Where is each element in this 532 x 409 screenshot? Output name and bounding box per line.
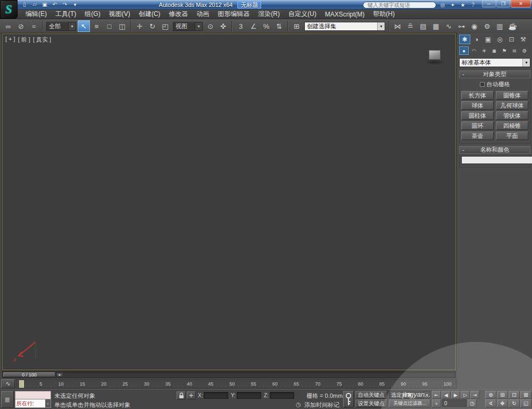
help-icon[interactable]: ?: [469, 1, 477, 9]
viewport-shading-menu[interactable]: [ 真实 ]: [33, 36, 51, 44]
set-key-button[interactable]: 设置关键点: [355, 399, 387, 407]
layer-manager-icon[interactable]: ▤: [417, 20, 429, 32]
current-frame-field[interactable]: [442, 399, 467, 407]
favorites-icon[interactable]: ★: [459, 1, 467, 9]
schematic-view-icon[interactable]: ⊶: [455, 20, 468, 32]
menu-item[interactable]: 自定义(U): [284, 9, 321, 19]
go-to-end-icon[interactable]: ⇥: [470, 391, 479, 399]
menu-item[interactable]: 创建(C): [135, 9, 165, 19]
zoom-extents-icon[interactable]: ⊡: [509, 391, 520, 399]
select-and-scale-icon[interactable]: ◰: [159, 20, 171, 32]
primitive-button[interactable]: 茶壶: [461, 132, 494, 140]
add-time-tag[interactable]: 添加时间标记: [304, 401, 339, 409]
infocenter-search-icon[interactable]: ◎: [439, 1, 446, 9]
time-slider-handle[interactable]: 0 / 100: [3, 372, 55, 377]
menu-item[interactable]: 编辑(E): [21, 9, 51, 19]
viewport-front[interactable]: [ + ] [ 前 ] [ 真实 ] x: [2, 34, 456, 370]
zoom-icon[interactable]: ⊕: [485, 391, 496, 399]
time-slider-track[interactable]: 0 / 100 ▸: [2, 371, 456, 378]
z-coordinate-field[interactable]: [270, 392, 294, 399]
viewport-view-menu[interactable]: [ 前 ]: [18, 36, 30, 44]
category-lights-icon[interactable]: ☀: [479, 46, 489, 55]
category-shapes-icon[interactable]: ◠: [469, 46, 479, 55]
select-by-name-icon[interactable]: ≡: [90, 20, 103, 32]
primitive-button[interactable]: 圆柱体: [461, 111, 494, 120]
primitive-button[interactable]: 圆锥体: [496, 91, 528, 100]
primitive-button[interactable]: 长方体: [461, 91, 494, 100]
primitive-type-dropdown[interactable]: 标准基本体 ▾: [459, 58, 530, 67]
key-mode-toggle[interactable]: ∘: [432, 399, 441, 407]
rendered-frame-icon[interactable]: ▥: [494, 20, 506, 32]
auto-key-button[interactable]: 自动关键点: [355, 391, 387, 399]
percent-snap-icon[interactable]: %: [260, 20, 272, 32]
tab-display-icon[interactable]: ⊡: [506, 35, 517, 44]
category-helpers-icon[interactable]: ⚑: [500, 46, 509, 55]
infocenter-search-input[interactable]: [363, 2, 436, 9]
go-to-start-icon[interactable]: ⇤: [432, 391, 441, 399]
play-animation-icon[interactable]: ▶: [451, 391, 460, 399]
selection-lock-button[interactable]: [177, 391, 186, 399]
primitive-button[interactable]: 球体: [461, 101, 494, 110]
mirror-icon[interactable]: ⋈: [392, 20, 404, 32]
minimize-button[interactable]: ─: [482, 0, 496, 7]
menu-item[interactable]: 动画: [192, 9, 213, 19]
status-panel-icon[interactable]: ≣: [1, 391, 14, 408]
key-filters-button[interactable]: 关键点过滤器...: [389, 399, 430, 407]
listener-line[interactable]: 所在行: ‹: [15, 399, 51, 408]
reference-coordinate-dropdown[interactable]: 视图 ▾: [173, 22, 203, 31]
time-configuration-button[interactable]: ◷: [468, 399, 477, 407]
maximize-viewport-icon[interactable]: ◱: [520, 399, 531, 407]
maximize-button[interactable]: ❐: [496, 0, 510, 7]
next-frame-arrow[interactable]: ▸: [56, 372, 63, 377]
material-editor-icon[interactable]: ◉: [468, 20, 480, 32]
application-menu-button[interactable]: S: [0, 0, 18, 19]
bind-to-space-warp-icon[interactable]: ≈: [28, 20, 40, 32]
viewcube[interactable]: [429, 50, 440, 60]
spinner-snap-icon[interactable]: ⇅: [273, 20, 285, 32]
rectangular-selection-icon[interactable]: □: [103, 20, 115, 32]
primitive-button[interactable]: 圆环: [461, 121, 494, 130]
primitive-button[interactable]: 几何球体: [496, 101, 528, 110]
menu-item[interactable]: 组(G): [80, 9, 104, 19]
communication-center-icon[interactable]: ✦: [449, 1, 456, 9]
select-and-link-icon[interactable]: ∞: [2, 20, 14, 32]
next-frame-icon[interactable]: ▷: [461, 391, 470, 399]
category-spacewarps-icon[interactable]: ≋: [510, 46, 519, 55]
autogrid-checkbox[interactable]: 自动栅格: [461, 80, 528, 88]
align-icon[interactable]: ≞: [404, 20, 417, 32]
pan-view-icon[interactable]: ✥: [497, 399, 508, 407]
category-cameras-icon[interactable]: ◙: [489, 46, 499, 55]
orbit-icon[interactable]: ↻: [509, 399, 520, 407]
absolute-offset-toggle[interactable]: ✛: [187, 391, 196, 399]
close-button[interactable]: ✕: [511, 0, 531, 7]
menu-item[interactable]: 帮助(H): [369, 9, 399, 19]
maxscript-mini-listener[interactable]: 所在行: ‹: [15, 391, 51, 408]
object-name-input[interactable]: [461, 156, 532, 164]
unlink-selection-icon[interactable]: ⊘: [15, 20, 27, 32]
track-bar[interactable]: 0510152025303540455055606570758085909510…: [16, 379, 456, 388]
tab-utilities-icon[interactable]: ⚒: [518, 35, 529, 44]
primitive-button[interactable]: 四棱锥: [496, 121, 528, 130]
mini-curve-editor-button[interactable]: ∿: [1, 379, 15, 388]
y-coordinate-field[interactable]: [237, 392, 261, 399]
listener-scroll-button[interactable]: ‹: [45, 399, 51, 407]
zoom-extents-all-icon[interactable]: ⊠: [520, 391, 531, 399]
current-frame-marker[interactable]: [19, 380, 24, 388]
set-keys-button[interactable]: [343, 391, 354, 407]
menu-item[interactable]: 工具(T): [51, 9, 80, 19]
tab-modify-icon[interactable]: ◑: [471, 35, 482, 44]
tab-hierarchy-icon[interactable]: ▣: [483, 35, 494, 44]
field-of-view-icon[interactable]: ∢: [485, 399, 496, 407]
selection-filter-dropdown[interactable]: 全部 ▾: [46, 22, 76, 31]
menu-item[interactable]: 图形编辑器: [213, 9, 254, 19]
menu-item[interactable]: 渲染(R): [254, 9, 284, 19]
primitive-button[interactable]: 管状体: [496, 111, 528, 120]
key-filter-selection-dropdown[interactable]: 选定对象 ▾: [389, 391, 430, 399]
tab-create-icon[interactable]: ✱: [459, 35, 470, 44]
previous-frame-icon[interactable]: ◀: [442, 391, 451, 399]
x-coordinate-field[interactable]: [204, 392, 228, 399]
graphite-toggle-icon[interactable]: ▦: [430, 20, 442, 32]
select-and-move-icon[interactable]: ✛: [134, 20, 146, 32]
macro-recorder-line[interactable]: [15, 391, 51, 399]
tab-motion-icon[interactable]: ◎: [494, 35, 505, 44]
